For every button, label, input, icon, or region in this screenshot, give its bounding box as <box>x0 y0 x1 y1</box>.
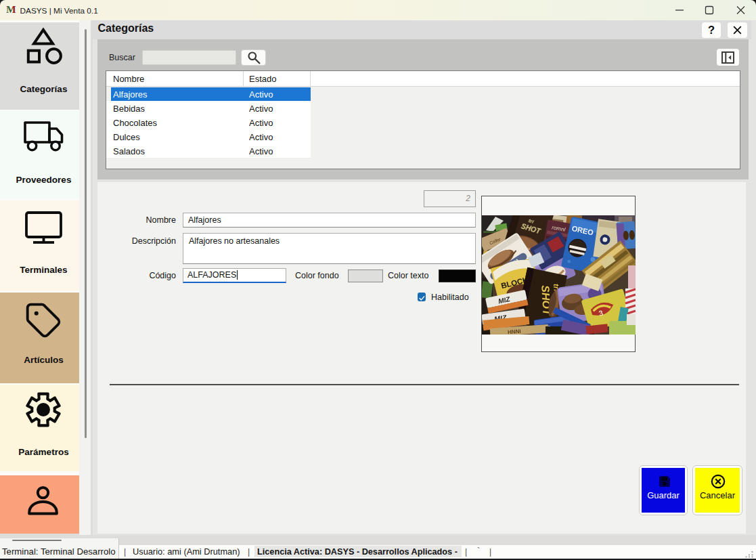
svg-text:M: M <box>6 3 16 15</box>
svg-text:HNNI: HNNI <box>508 328 521 335</box>
